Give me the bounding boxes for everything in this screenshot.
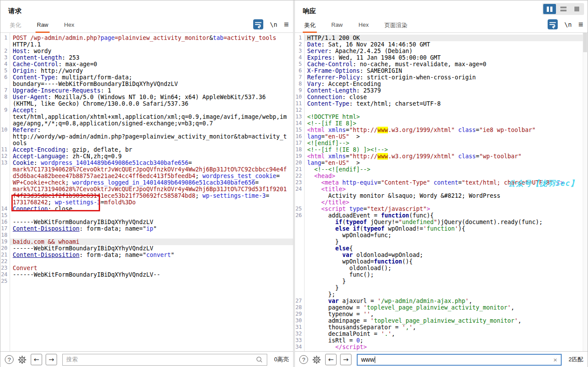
code-line: 3Server: Apache/2.4.25 (Debian) xyxy=(295,48,588,54)
request-editor[interactable]: 1POST /wp-admin/admin.php?page=plainview… xyxy=(0,33,293,351)
previous-match-button[interactable]: ← xyxy=(31,354,42,365)
code-line: 34 </script> xyxy=(295,344,588,350)
tab-hex[interactable]: Hex xyxy=(357,19,370,33)
code-line: 24------WebKitFormBoundaryIBiDqXYhyVQndz… xyxy=(0,271,293,278)
code-line: 15 xyxy=(0,212,293,219)
code-line: 15<html xmlns="http://www.w3.org/1999/xh… xyxy=(295,127,588,133)
response-search-result-count: 2匹配 xyxy=(569,356,583,363)
tab-hex[interactable]: Hex xyxy=(63,19,75,33)
code-line: wpOnload=func; xyxy=(295,232,588,239)
code-line: mark%7C1731940628%7CevoOktrJvWcQUErJpoQV… xyxy=(0,186,293,192)
layout-columns-button[interactable] xyxy=(543,4,556,14)
code-line: 20------WebKitFormBoundaryIBiDqXYhyVQndz… xyxy=(0,245,293,252)
code-line: 16lang="en-US" > xyxy=(295,133,588,140)
code-line: 10Connection: close xyxy=(295,94,588,100)
code-line: boundary=----WebKitFormBoundaryIBiDqXYhy… xyxy=(0,81,293,87)
code-line: 19<html xmlns="http://www.w3.org/1999/xh… xyxy=(295,153,588,160)
code-line: if(typeof jQuery!="undefined")jQuery(doc… xyxy=(295,219,588,225)
gear-icon[interactable] xyxy=(17,355,27,365)
payload-annotation-box xyxy=(11,195,100,211)
editor-menu-icon[interactable]: ≡ xyxy=(284,20,289,29)
code-line: 9Content-Length: 25379 xyxy=(295,87,588,94)
code-line: 8User-Agent: Mozilla/5.0 (Windows NT 10.… xyxy=(0,94,293,100)
next-match-button[interactable]: → xyxy=(340,354,351,365)
clear-search-icon[interactable]: × xyxy=(551,356,557,363)
newline-toggle-icon[interactable]: \n xyxy=(564,21,572,28)
editor-menu-icon[interactable]: ≡ xyxy=(578,20,583,29)
code-line: wpOnload=function(){ xyxy=(295,258,588,265)
code-line: 5Cache-Control: no-cache, must-revalidat… xyxy=(295,61,588,68)
code-line: 20lang="en-US" > xyxy=(295,160,588,166)
word-wrap-icon[interactable] xyxy=(548,19,558,29)
tab-render[interactable]: 页面渲染 xyxy=(383,19,409,33)
request-statusbar: ? ← → 搜索 0高亮 xyxy=(0,351,293,367)
code-line: 4Expires: Wed, 11 Jan 1984 05:00:00 GMT xyxy=(295,54,588,61)
gear-icon[interactable] xyxy=(312,355,322,365)
code-line: func(); xyxy=(295,271,588,278)
code-line: 11Accept-Encoding: gzip, deflate, br xyxy=(0,146,293,153)
previous-match-button[interactable]: ← xyxy=(325,354,337,365)
code-line: 6Content-Type: multipart/form-data; xyxy=(0,74,293,81)
code-line: (KHTML, like Gecko) Chrome/130.0.0.0 Saf… xyxy=(0,100,293,107)
next-match-button[interactable]: → xyxy=(46,354,57,365)
response-panel: 响应 美化RawHex页面渲染 xyxy=(295,0,588,367)
vertical-scrollbar[interactable] xyxy=(583,33,588,351)
code-line: 16------WebKitFormBoundaryIBiDqXYhyVQndz… xyxy=(0,219,293,225)
code-line: 6X-Frame-Options: SAMEORIGIN xyxy=(295,68,588,74)
request-title: 请求 xyxy=(8,7,22,15)
newline-toggle-icon[interactable]: \n xyxy=(270,21,277,28)
code-line: 1POST /wp-admin/admin.php?page=plainview… xyxy=(0,35,293,41)
response-tabs: 美化RawHex页面渲染 xyxy=(303,19,409,33)
code-line: 17Content-Disposition: form-data; name="… xyxy=(0,225,293,232)
code-line: 23Convert xyxy=(0,265,293,271)
response-header-icons: \n ≡ xyxy=(548,19,583,29)
code-line: 2Host: wordy xyxy=(0,48,293,54)
response-search-input[interactable]: www × xyxy=(357,354,562,366)
code-line: 26 addLoadEvent = function(func){ xyxy=(295,212,588,219)
word-wrap-icon[interactable] xyxy=(253,19,263,29)
code-line: WP+Cookie+check; wordpress_logged_in_140… xyxy=(0,179,293,186)
code-line: 27 var ajaxurl = '/wp-admin/admin-ajax.p… xyxy=(295,298,588,304)
code-line: 19baidu.com && whoami xyxy=(0,239,293,245)
tab-beautify[interactable]: 美化 xyxy=(8,19,22,33)
response-editor[interactable]: 1HTTP/1.1 200 OK2Date: Sat, 16 Nov 2024 … xyxy=(295,33,588,351)
code-line: 29 typenow = '', xyxy=(295,311,588,317)
code-line: 28 pagenow = 'toplevel_page_plainview_ac… xyxy=(295,304,588,311)
code-line: ools xyxy=(0,140,293,146)
code-line: 7Upgrade-Insecure-Requests: 1 xyxy=(0,87,293,94)
code-line: 9Accept: xyxy=(0,107,293,114)
help-icon[interactable]: ? xyxy=(299,355,308,364)
tab-beautify[interactable]: 美化 xyxy=(303,19,317,33)
code-line: 18 xyxy=(0,232,293,239)
tab-raw[interactable]: Raw xyxy=(36,19,50,33)
layout-rows-button[interactable] xyxy=(557,4,570,14)
layout-single-button[interactable] xyxy=(570,4,583,14)
code-line: 33 isRtl = 0; xyxy=(295,337,588,344)
help-icon[interactable]: ? xyxy=(5,355,14,364)
code-line: } xyxy=(295,278,588,285)
watermark: 公众号【泷羽Sec】 xyxy=(508,178,578,189)
code-line: 25 xyxy=(0,278,293,285)
code-line: var oldonload=wpOnload; xyxy=(295,252,588,258)
code-line: Activity monitor &lsaquo; Wordy &#8212; … xyxy=(295,192,588,199)
code-line: 8Vary: Accept-Encoding xyxy=(295,81,588,87)
code-line: 2Date: Sat, 16 Nov 2024 14:46:50 GMT xyxy=(295,41,588,48)
code-line: 13<!DOCTYPE html> xyxy=(295,114,588,120)
search-placeholder: 搜索 xyxy=(66,356,255,363)
code-line: 7Referrer-Policy: strict-origin-when-cro… xyxy=(295,74,588,81)
layout-switcher xyxy=(542,3,584,15)
code-line: 3Content-Length: 253 xyxy=(0,54,293,61)
code-line: oldonload(); xyxy=(295,265,588,271)
scrollbar-thumb[interactable] xyxy=(583,33,587,52)
request-search-result-count: 0高亮 xyxy=(274,356,289,363)
code-line: 32 decimalPoint = '.', xyxy=(295,331,588,337)
code-line: 25 <script type="text/javascript"> xyxy=(295,206,588,212)
code-line: HTTP/1.1 xyxy=(0,41,293,48)
code-line: 17<![endif]--> xyxy=(295,140,588,146)
code-line: }; xyxy=(295,291,588,298)
code-line: </title> xyxy=(295,199,588,206)
tab-raw[interactable]: Raw xyxy=(330,19,344,33)
code-line: age/apng,*/*;q=0.8,application/signed-ex… xyxy=(0,120,293,127)
request-search-input[interactable]: 搜索 xyxy=(62,354,267,366)
response-title: 响应 xyxy=(303,7,316,15)
